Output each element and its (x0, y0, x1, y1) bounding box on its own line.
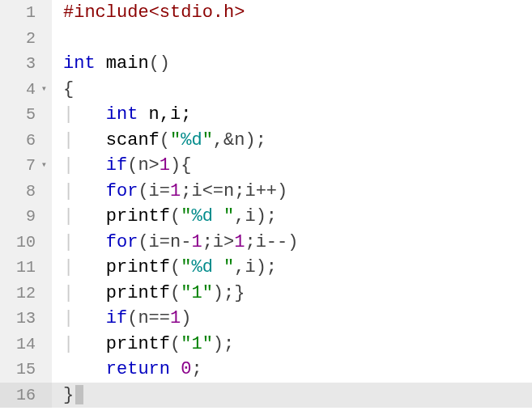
string-quote: " (181, 257, 191, 277)
line-number: 16 (16, 383, 36, 408)
function-call: printf (106, 206, 170, 226)
code-line: 15 return 0; (0, 357, 532, 383)
function-call: scanf (106, 130, 160, 150)
code-line: 10 | for(i=n-1;i>1;i--) (0, 230, 532, 256)
number-literal: 1 (160, 155, 170, 176)
line-number: 7 (26, 153, 36, 179)
line-number-gutter: 11 (0, 255, 52, 281)
fold-icon[interactable]: ▾ (39, 153, 47, 179)
line-number: 4 (26, 77, 36, 103)
code-line: 8 | for(i=1;i<=n;i++) (0, 179, 532, 205)
condition: (n> (127, 155, 160, 176)
angle-close: > (234, 2, 245, 23)
code-line: 2 (0, 26, 532, 52)
code-content[interactable]: | if(n==1) (52, 306, 191, 332)
line-number: 9 (26, 204, 36, 230)
format-specifier: %d (191, 206, 212, 226)
code-content[interactable]: | printf("%d ",i); (52, 255, 277, 281)
line-number-gutter: 15 (0, 357, 52, 383)
function-call: printf (106, 334, 170, 354)
line-number-gutter: 10 (0, 230, 52, 256)
keyword-if: if (106, 308, 127, 328)
open-brace: { (63, 79, 74, 99)
space (170, 359, 181, 379)
indent-guide (63, 359, 106, 379)
line-number-gutter: 13 (0, 306, 52, 332)
code-line: 4▾ { (0, 77, 532, 103)
function-name: main (96, 53, 149, 74)
format-specifier: %d (191, 257, 212, 277)
call-args: ,i); (234, 206, 277, 226)
line-number: 1 (26, 0, 36, 26)
code-line: 3 int main() (0, 51, 532, 77)
line-number-gutter: 14 (0, 332, 52, 358)
line-number-gutter: 4▾ (0, 77, 52, 103)
cursor-icon (75, 385, 83, 404)
keyword-return: return (106, 359, 170, 379)
indent-guide: | (63, 308, 106, 328)
code-content[interactable]: | printf("1");} (52, 281, 245, 307)
code-line: 13 | if(n==1) (0, 306, 532, 332)
line-number: 11 (16, 255, 36, 281)
code-line: 6 | scanf("%d",&n); (0, 128, 532, 154)
function-call: printf (106, 257, 170, 277)
code-content[interactable]: } (52, 383, 83, 408)
keyword-int: int (106, 104, 138, 125)
number-literal: 1 (170, 308, 181, 328)
indent-guide: | (63, 232, 106, 252)
line-number-gutter: 16 (0, 383, 52, 408)
paren-close: ); (213, 334, 234, 354)
string-tail: " (213, 206, 234, 226)
code-content[interactable]: int main() (52, 51, 170, 77)
line-number-gutter: 9 (0, 204, 52, 230)
code-content[interactable]: { (52, 77, 74, 103)
string-quote: " (181, 206, 191, 226)
code-line: 11 | printf("%d ",i); (0, 255, 532, 281)
for-init: (i=n- (138, 232, 191, 252)
close-brace: );} (213, 283, 245, 303)
code-content[interactable]: | printf("%d ",i); (52, 204, 277, 230)
code-content[interactable]: #include<stdio.h> (52, 0, 245, 26)
code-line: 12 | printf("1");} (0, 281, 532, 307)
paren-open: ( (170, 334, 181, 354)
code-content[interactable]: | printf("1"); (52, 332, 234, 358)
number-literal: 1 (234, 232, 245, 252)
number-literal: 0 (181, 359, 191, 379)
indent-guide: | (63, 257, 106, 277)
code-content[interactable]: | if(n>1){ (52, 153, 191, 179)
paren-open: ( (170, 206, 181, 226)
code-content[interactable]: | scanf("%d",&n); (52, 128, 266, 154)
line-number: 15 (16, 357, 36, 383)
line-number: 12 (16, 281, 36, 307)
call-args: ,&n); (213, 130, 266, 150)
paren-open: ( (170, 283, 181, 303)
line-number: 8 (26, 179, 36, 205)
line-number: 5 (26, 102, 36, 128)
line-number: 14 (16, 332, 36, 358)
code-line: 14 | printf("1"); (0, 332, 532, 358)
indent-guide: | (63, 155, 106, 176)
semicolon: ; (191, 359, 202, 379)
keyword-int: int (63, 53, 96, 74)
line-number-gutter: 1 (0, 0, 52, 26)
indent-guide: | (63, 283, 106, 303)
for-rest: ;i--) (245, 232, 298, 252)
code-content[interactable]: | int n,i; (52, 102, 191, 128)
line-number: 13 (16, 306, 36, 332)
for-rest: ;i<=n;i++) (181, 181, 287, 201)
paren-close: ) (181, 308, 191, 328)
paren-open: ( (170, 257, 181, 277)
code-line: 9 | printf("%d ",i); (0, 204, 532, 230)
code-content[interactable]: return 0; (52, 357, 202, 383)
line-number-gutter: 2 (0, 26, 52, 52)
fold-icon[interactable]: ▾ (39, 77, 47, 103)
string-tail: " (213, 257, 234, 277)
declaration: n,i; (138, 104, 191, 125)
code-line: 7▾ | if(n>1){ (0, 153, 532, 179)
code-content[interactable]: | for(i=1;i<=n;i++) (52, 179, 287, 205)
format-specifier: %d (181, 130, 202, 150)
code-content[interactable]: | for(i=n-1;i>1;i--) (52, 230, 298, 256)
line-number: 6 (26, 128, 36, 154)
number-literal: 1 (191, 232, 202, 252)
paren-open: ( (160, 130, 170, 150)
